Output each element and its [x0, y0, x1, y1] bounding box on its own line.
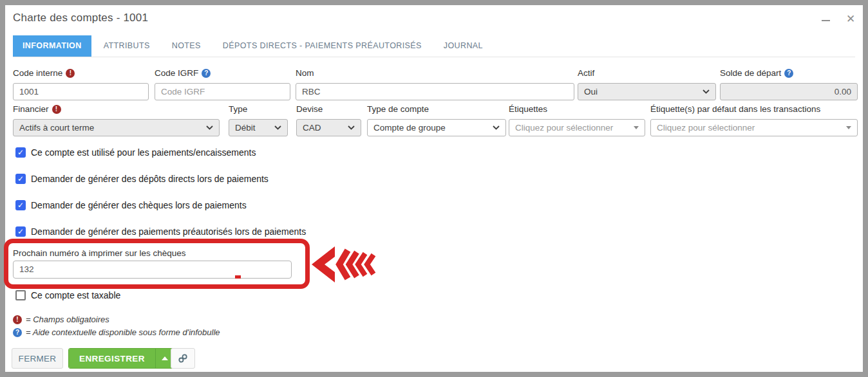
caret-up-icon — [162, 356, 168, 360]
devise-value: CAD — [303, 123, 321, 133]
solde-depart-input[interactable] — [720, 83, 858, 100]
prochain-numero-input[interactable] — [13, 261, 292, 279]
financier-label: Financier — [13, 104, 49, 114]
tab-notes[interactable]: NOTES — [162, 35, 211, 57]
tab-information[interactable]: INFORMATION — [13, 35, 91, 57]
checkbox-taxable[interactable]: Ce compte est taxable — [15, 290, 120, 300]
checkbox-label: Demander de générer des paiements préaut… — [31, 226, 306, 237]
code-interne-input[interactable] — [13, 83, 149, 100]
help-icon: ? — [202, 69, 211, 78]
code-igrf-input[interactable] — [155, 83, 290, 100]
nom-input[interactable] — [296, 83, 574, 100]
chevron-down-icon — [206, 125, 213, 130]
checkbox-label: Demander de générer des chèques lors de … — [31, 200, 247, 210]
legend-required: ! = Champs obligatoires — [13, 315, 109, 324]
required-icon: ! — [66, 69, 75, 78]
chevron-down-icon — [703, 89, 710, 94]
etiquettes-defaut-label: Étiquette(s) par défaut dans les transac… — [650, 104, 820, 114]
prochain-numero-label: Prochain numéro à imprimer sur les chèqu… — [13, 248, 186, 258]
close-icon[interactable]: ✕ — [842, 10, 859, 27]
financier-value: Actifs à court terme — [19, 123, 94, 133]
annotation-arrow-left-icon — [311, 244, 377, 287]
checkbox-label: Ce compte est taxable — [31, 290, 120, 300]
tab-attributs[interactable]: ATTRIBUTS — [94, 35, 160, 57]
type-de-compte-select[interactable]: Compte de groupe — [367, 119, 506, 136]
solde-depart-label: Solde de départ — [720, 68, 781, 78]
field-financier: Financier ! Actifs à court terme — [13, 104, 220, 136]
help-icon: ? — [784, 69, 793, 78]
type-value: Débit — [235, 123, 256, 133]
required-icon: ! — [52, 105, 61, 114]
field-devise: Devise CAD — [296, 104, 361, 136]
type-label: Type — [229, 104, 247, 114]
field-nom: Nom — [296, 68, 574, 100]
help-icon: ? — [13, 328, 22, 337]
checkbox-checked-icon: ✓ — [15, 200, 26, 210]
etiquettes-defaut-select[interactable]: Cliquez pour sélectionner — [650, 119, 858, 136]
code-igrf-label: Code IGRF — [155, 68, 198, 78]
type-select[interactable]: Débit — [229, 119, 288, 136]
checkbox-depots-directs[interactable]: ✓ Demander de générer des dépôts directs… — [15, 174, 269, 184]
field-prochain-numero-cheques: Prochain numéro à imprimer sur les chèqu… — [13, 248, 292, 279]
chevron-down-icon — [348, 125, 355, 130]
type-de-compte-value: Compte de groupe — [373, 123, 446, 133]
actif-value: Oui — [584, 87, 598, 97]
legend-required-text: = Champs obligatoires — [26, 315, 109, 324]
checkbox-paiements-encaissements[interactable]: ✓ Ce compte est utilisé pour les paiemen… — [15, 147, 256, 158]
tab-journal[interactable]: JOURNAL — [434, 35, 493, 57]
field-solde-depart: Solde de départ ? — [720, 68, 858, 100]
etiquettes-select[interactable]: Cliquez pour sélectionner — [509, 119, 645, 136]
caret-down-icon — [846, 126, 851, 129]
caret-down-icon — [634, 126, 639, 129]
chevron-down-icon — [274, 125, 281, 130]
checkbox-cheques[interactable]: ✓ Demander de générer des chèques lors d… — [15, 200, 247, 210]
dialog-title: Charte des comptes - 1001 — [13, 12, 148, 24]
link-button[interactable] — [171, 348, 195, 369]
etiquettes-label: Étiquettes — [509, 104, 547, 114]
actif-select[interactable]: Oui — [578, 83, 716, 100]
fermer-button[interactable]: FERMER — [12, 348, 63, 369]
checkbox-checked-icon: ✓ — [15, 147, 26, 158]
minimize-bar — [822, 20, 830, 21]
checkbox-checked-icon: ✓ — [15, 174, 26, 184]
field-type: Type Débit — [229, 104, 288, 136]
field-etiquettes-defaut: Étiquette(s) par défaut dans les transac… — [650, 104, 858, 136]
field-actif: Actif Oui — [578, 68, 716, 100]
minimize-icon[interactable] — [818, 13, 833, 28]
field-type-de-compte: Type de compte Compte de groupe — [367, 104, 506, 136]
chevron-down-icon — [493, 125, 500, 130]
etiquettes-placeholder: Cliquez pour sélectionner — [515, 123, 613, 133]
actif-label: Actif — [578, 68, 594, 78]
required-icon: ! — [13, 315, 22, 324]
code-interne-label: Code interne — [13, 68, 62, 78]
etiquettes-defaut-placeholder: Cliquez pour sélectionner — [657, 123, 755, 133]
checkbox-label: Demander de générer des dépôts directs l… — [31, 174, 269, 184]
tab-depots-directs[interactable]: DÉPOTS DIRECTS - PAIEMENTS PRÉAUTORISÉS — [213, 35, 431, 57]
legend-help: ? = Aide contextuelle disponible sous fo… — [13, 327, 220, 337]
tab-bar: INFORMATION ATTRIBUTS NOTES DÉPOTS DIREC… — [13, 35, 855, 57]
enregistrer-split-button: ENREGISTRER — [68, 348, 175, 369]
enregistrer-button[interactable]: ENREGISTRER — [69, 349, 155, 368]
checkbox-unchecked-icon — [15, 290, 26, 300]
devise-select[interactable]: CAD — [296, 119, 361, 136]
field-code-interne: Code interne ! — [13, 68, 149, 100]
legend-help-text: = Aide contextuelle disponible sous form… — [26, 327, 220, 337]
checkbox-label: Ce compte est utilisé pour les paiements… — [31, 147, 256, 158]
checkbox-paiements-preautorises[interactable]: ✓ Demander de générer des paiements préa… — [15, 226, 306, 237]
type-de-compte-label: Type de compte — [367, 104, 429, 114]
page: { "window": { "title": "Charte des compt… — [0, 0, 868, 377]
link-icon — [177, 353, 189, 364]
nom-label: Nom — [296, 68, 314, 78]
dialog-charte-des-comptes: Charte des comptes - 1001 ✕ INFORMATION … — [5, 5, 863, 372]
field-etiquettes: Étiquettes Cliquez pour sélectionner — [509, 104, 645, 136]
financier-select[interactable]: Actifs à court terme — [13, 119, 220, 136]
checkbox-checked-icon: ✓ — [15, 226, 26, 237]
annotation-red-tick — [235, 275, 241, 279]
field-code-igrf: Code IGRF ? — [155, 68, 290, 100]
devise-label: Devise — [296, 104, 323, 114]
